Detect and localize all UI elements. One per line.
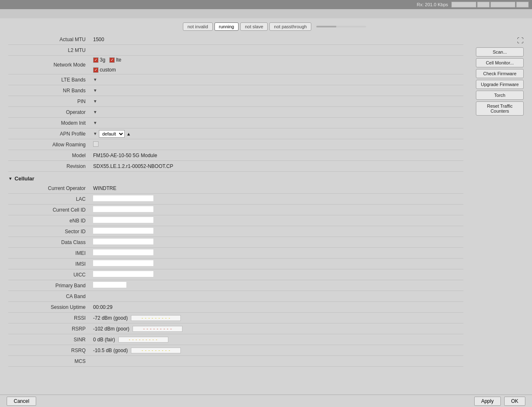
pin-value: ▼ xyxy=(91,99,463,104)
sector-id-value xyxy=(91,228,463,235)
rsrp-bar-fill: - - - - - - - - - xyxy=(133,326,182,331)
pin-arrow[interactable]: ▼ xyxy=(93,99,97,104)
apn-profile-arrow[interactable]: ▼ xyxy=(93,131,97,136)
cellular-section-header[interactable]: ▼ Cellular xyxy=(8,173,463,183)
current-cell-id-label: Current Cell ID xyxy=(8,207,91,213)
enb-id-label: eNB ID xyxy=(8,218,91,224)
ca-band-row: CA Band xyxy=(8,291,463,302)
rssi-bar-fill: - - - - - - - - - xyxy=(131,316,180,321)
network-mode-3g-item[interactable]: ✓ 3g xyxy=(93,57,105,63)
torch-button[interactable]: Torch xyxy=(476,91,524,100)
current-cell-id-value xyxy=(91,206,463,213)
ca-band-label: CA Band xyxy=(8,294,91,299)
checkbox-3g[interactable]: ✓ xyxy=(93,57,99,63)
lac-value xyxy=(91,195,463,202)
revision-label: Revision xyxy=(8,163,91,169)
model-label: Model xyxy=(8,153,91,158)
current-cell-id-row: Current Cell ID xyxy=(8,205,463,215)
allow-roaming-label: Allow Roaming xyxy=(8,142,91,148)
session-uptime-row: Session Uptime 00:00:29 xyxy=(8,302,463,313)
network-mode-value: ✓ 3g ✓ lte ✓ custom xyxy=(91,57,463,73)
network-mode-custom-item[interactable]: ✓ custom xyxy=(93,67,463,73)
rssi-row: RSSI -72 dBm (good) - - - - - - - - - xyxy=(8,313,463,323)
current-operator-row: Current Operator WINDTRE xyxy=(8,183,463,194)
imei-row: IMEI xyxy=(8,248,463,259)
enb-id-row: eNB ID xyxy=(8,215,463,226)
imei-label: IMEI xyxy=(8,250,91,256)
lte-bands-value: ▼ xyxy=(91,77,463,82)
apply-button[interactable]: Apply xyxy=(474,397,501,406)
rsrp-row: RSRP -102 dBm (poor) - - - - - - - - - xyxy=(8,323,463,334)
operator-row: Operator ▼ xyxy=(8,107,463,118)
network-mode-lte-item[interactable]: ✓ lte xyxy=(109,57,121,63)
apn-profile-up-arrow[interactable]: ▲ xyxy=(126,131,131,136)
apn-profile-select[interactable]: default xyxy=(99,130,125,138)
label-custom: custom xyxy=(100,67,116,73)
cell-monitor-button[interactable]: Cell Monitor... xyxy=(476,58,524,67)
rsrq-value-area: -10.5 dB (good) - - - - - - - - - xyxy=(91,348,463,353)
sinr-value: 0 dB (fair) xyxy=(93,337,115,343)
network-mode-label: Network Mode xyxy=(8,62,91,68)
ok-button[interactable]: OK xyxy=(504,397,525,406)
fullscreen-button[interactable]: ⛶ xyxy=(517,37,524,44)
lte-bands-arrow[interactable]: ▼ xyxy=(93,77,97,82)
sinr-bar-fill: - - - - - - - - - xyxy=(119,337,168,342)
modem-init-row: Modem Init ▼ xyxy=(8,118,463,128)
rsrq-bar-fill: - - - - - - - - - xyxy=(131,348,180,353)
primary-band-label: Primary Band xyxy=(8,283,91,289)
tab-not-invalid[interactable]: not invalid xyxy=(183,22,213,31)
model-row: Model FM150-AE-10-50 5G Module xyxy=(8,150,463,161)
modem-init-arrow[interactable]: ▼ xyxy=(93,121,97,125)
imei-value xyxy=(91,249,463,257)
operator-arrow[interactable]: ▼ xyxy=(93,110,97,114)
operator-label: Operator xyxy=(8,109,91,115)
actual-mtu-row: Actual MTU 1500 xyxy=(8,34,463,45)
top-bar-info: Rx: 201.0 Kbps xyxy=(417,2,448,7)
rsrq-row: RSRQ -10.5 dB (good) - - - - - - - - - xyxy=(8,345,463,356)
rssi-value: -72 dBm (good) xyxy=(93,315,128,321)
rsrp-value-area: -102 dBm (poor) - - - - - - - - - xyxy=(91,326,463,332)
uicc-label: UICC xyxy=(8,272,91,278)
lac-row: LAC xyxy=(8,194,463,205)
operator-value: ▼ xyxy=(91,110,463,114)
uicc-value xyxy=(91,271,463,278)
tab-not-slave[interactable]: not slave xyxy=(240,22,268,31)
mcs-row: MCS xyxy=(8,356,463,367)
upgrade-firmware-button[interactable]: Upgrade Firmware xyxy=(476,80,524,89)
data-class-label: Data Class xyxy=(8,239,91,245)
current-operator-value: WINDTRE xyxy=(91,185,463,191)
nr-bands-label: NR Bands xyxy=(8,88,91,94)
nr-bands-arrow[interactable]: ▼ xyxy=(93,88,97,93)
enb-id-value xyxy=(91,217,463,224)
bottom-bar: Cancel Apply OK xyxy=(0,395,532,407)
allow-roaming-row: Allow Roaming xyxy=(8,139,463,150)
primary-band-row: Primary Band xyxy=(8,280,463,291)
cellular-section-arrow[interactable]: ▼ xyxy=(8,176,12,181)
cancel-button[interactable]: Cancel xyxy=(7,397,36,406)
second-bar xyxy=(0,9,532,18)
data-class-row: Data Class xyxy=(8,237,463,248)
tab-not-passthrough[interactable]: not passthrough xyxy=(269,22,311,31)
allow-roaming-toggle[interactable] xyxy=(93,141,99,147)
actual-mtu-label: Actual MTU xyxy=(8,37,91,42)
tab-running[interactable]: running xyxy=(214,22,239,31)
check-firmware-button[interactable]: Check Firmware xyxy=(476,69,524,78)
l2-mtu-label: L2 MTU xyxy=(8,47,91,53)
current-operator-label: Current Operator xyxy=(8,185,91,191)
apn-profile-row: APN Profile ▼ default ▲ xyxy=(8,128,463,139)
sector-id-row: Sector ID xyxy=(8,226,463,237)
sector-id-label: Sector ID xyxy=(8,229,91,234)
checkbox-lte[interactable]: ✓ xyxy=(109,57,115,63)
reset-traffic-counters-button[interactable]: Reset Traffic Counters xyxy=(476,101,524,116)
sinr-value-area: 0 dB (fair) - - - - - - - - - xyxy=(91,337,463,343)
tab-progress-bar xyxy=(316,26,336,27)
revision-row: Revision SDX55.LE.1.2.r1-00052-NBOOT.CP xyxy=(8,161,463,172)
form-area: Actual MTU 1500 L2 MTU Network Mode ✓ 3g… xyxy=(8,34,463,367)
pin-row: PIN ▼ xyxy=(8,96,463,107)
tab-progress xyxy=(316,26,366,27)
rsrq-bar: - - - - - - - - - xyxy=(131,348,181,353)
rssi-bar: - - - - - - - - - xyxy=(131,315,181,321)
pin-label: PIN xyxy=(8,99,91,104)
checkbox-custom[interactable]: ✓ xyxy=(93,67,99,73)
scan-button[interactable]: Scan... xyxy=(476,47,524,57)
